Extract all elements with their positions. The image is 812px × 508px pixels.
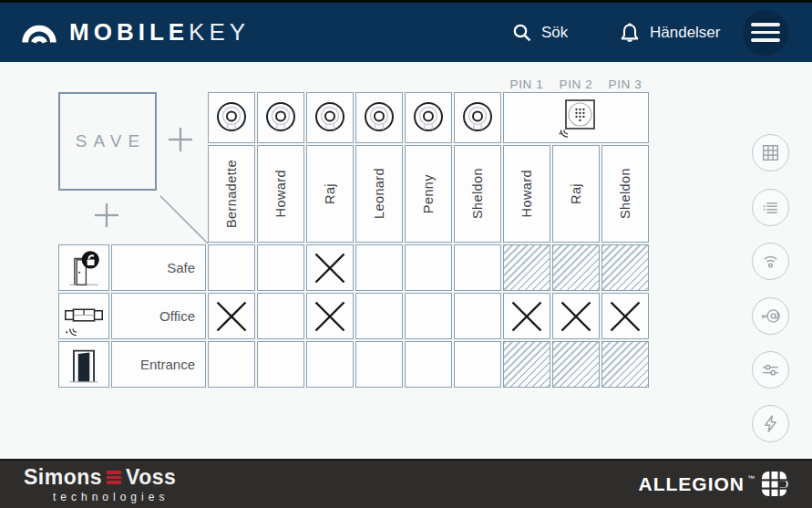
lock-name-cell[interactable]: Entrance: [111, 341, 206, 388]
lock-name-cell[interactable]: Office: [111, 293, 206, 339]
transponder-icon: [457, 98, 498, 138]
transponder-header-cell[interactable]: [306, 92, 354, 143]
matrix-cell[interactable]: [355, 244, 403, 291]
simonsvoss-logo[interactable]: Simons Voss technologies: [24, 465, 176, 503]
allegion-text: ALLEGION: [639, 473, 745, 495]
mobilekey-app: MOBILEKEY Sök Händelser SAVE: [0, 0, 812, 508]
lock-name-cell[interactable]: Safe: [111, 244, 206, 291]
user-name-cell[interactable]: Raj: [306, 145, 354, 243]
add-user-button[interactable]: [166, 125, 195, 158]
sidebar-button-list-view[interactable]: [752, 189, 789, 226]
authorization-cross-icon: [560, 300, 592, 333]
transponder-header-cell[interactable]: [355, 92, 403, 143]
user-name-label: Sheldon: [618, 168, 632, 219]
settings-sliders-icon: [759, 358, 782, 381]
simonsvoss-text-a: Simons: [24, 465, 102, 490]
matrix-cell[interactable]: [208, 293, 255, 339]
matrix-cell[interactable]: [503, 341, 550, 388]
allegion-mark-icon: [761, 471, 788, 498]
key-at-icon: [759, 305, 782, 327]
hamburger-bar: [751, 23, 780, 26]
matrix-cell[interactable]: [355, 341, 403, 388]
matrix-view-icon: [759, 141, 782, 164]
pin-group-label: PIN 3: [601, 78, 649, 91]
mobilekey-logo[interactable]: MOBILEKEY: [18, 12, 250, 54]
matrix-cell[interactable]: [355, 293, 403, 339]
user-name-label: Howard: [519, 170, 534, 217]
matrix-cell[interactable]: [601, 293, 649, 339]
user-name-cell[interactable]: Howard: [257, 145, 304, 243]
matrix-cell[interactable]: [503, 293, 550, 339]
allegion-logo[interactable]: ALLEGION ™: [639, 471, 789, 498]
transponder-header-cell[interactable]: [454, 92, 501, 143]
brand-text-light: KEY: [189, 18, 250, 46]
user-name-cell[interactable]: Sheldon: [601, 145, 649, 243]
nav-events[interactable]: Händelser: [618, 20, 721, 45]
nav-search[interactable]: Sök: [511, 22, 568, 44]
matrix-cell[interactable]: [208, 244, 255, 291]
user-name-label: Howard: [273, 170, 288, 217]
sidebar-button-key-at[interactable]: [752, 297, 789, 335]
lock-icon-cell[interactable]: [58, 293, 109, 339]
red-bars-icon: [107, 471, 121, 484]
sidebar-button-flash[interactable]: [752, 405, 789, 442]
user-name-cell[interactable]: Penny: [405, 145, 452, 243]
matrix-cell[interactable]: [208, 341, 255, 388]
matrix-cell[interactable]: [552, 244, 600, 291]
matrix-cell[interactable]: [405, 244, 452, 291]
plus-icon: [166, 125, 195, 154]
transponder-header-cell[interactable]: [208, 92, 255, 143]
add-lock-button[interactable]: [92, 201, 121, 233]
door-icon: [61, 342, 107, 388]
matrix-cell[interactable]: [503, 244, 550, 291]
transponder-header-cell[interactable]: [257, 92, 304, 143]
allegion-trademark: ™: [747, 474, 755, 482]
user-name-label: Bernadette: [224, 160, 239, 228]
authorization-cross-icon: [313, 300, 346, 333]
matrix-cell[interactable]: [306, 293, 354, 339]
list-view-icon: [759, 196, 782, 219]
sidebar-button-settings-sliders[interactable]: [752, 351, 789, 389]
user-name-cell[interactable]: Bernadette: [208, 145, 255, 243]
hamburger-menu-button[interactable]: [743, 10, 788, 56]
authorization-cross-icon: [215, 300, 248, 333]
transponder-icon: [408, 98, 448, 138]
user-name-cell[interactable]: Sheldon: [454, 145, 501, 243]
matrix-cell[interactable]: [257, 293, 304, 339]
lock-icon-cell[interactable]: [58, 244, 109, 291]
matrix-cell[interactable]: [601, 244, 649, 291]
matrix-cell[interactable]: [405, 341, 452, 388]
matrix-cell[interactable]: [454, 293, 501, 339]
matrix-cell[interactable]: [552, 293, 600, 339]
brand-text-bold: MOBILE: [69, 18, 189, 46]
lock-name-label: Safe: [167, 260, 195, 275]
user-name-cell[interactable]: Leonard: [355, 145, 403, 243]
matrix-cell[interactable]: [257, 244, 304, 291]
door-padlock-icon: [61, 245, 107, 291]
transponder-header-cell[interactable]: [405, 92, 452, 143]
matrix-cell[interactable]: [454, 341, 501, 388]
authorization-cross-icon: [510, 300, 543, 333]
transponder-icon: [359, 98, 399, 138]
user-name-cell[interactable]: Raj: [552, 145, 600, 243]
save-button[interactable]: SAVE: [58, 92, 157, 191]
matrix-cell[interactable]: [306, 341, 354, 388]
user-name-label: Raj: [323, 183, 337, 204]
matrix-cell[interactable]: [405, 293, 452, 339]
pin-group-label: PIN 1: [503, 78, 550, 91]
sidebar-button-matrix-view[interactable]: [752, 134, 789, 171]
sidebar-button-network[interactable]: [752, 243, 789, 280]
matrix-cell[interactable]: [306, 244, 354, 291]
simonsvoss-subtext: technologies: [24, 491, 176, 503]
footer: Simons Voss technologies ALLEGION ™: [0, 459, 812, 508]
matrix-cell[interactable]: [257, 341, 304, 388]
flash-icon: [759, 412, 782, 435]
lock-icon-cell[interactable]: [58, 341, 109, 388]
pin-group-label: PIN 2: [552, 78, 600, 91]
matrix-cell[interactable]: [454, 244, 501, 291]
user-name-cell[interactable]: Howard: [503, 145, 550, 243]
pin-keypad-header-cell[interactable]: [503, 92, 649, 143]
matrix-cell[interactable]: [601, 341, 649, 388]
matrix-cell[interactable]: [552, 341, 600, 388]
hamburger-bar: [751, 31, 780, 34]
